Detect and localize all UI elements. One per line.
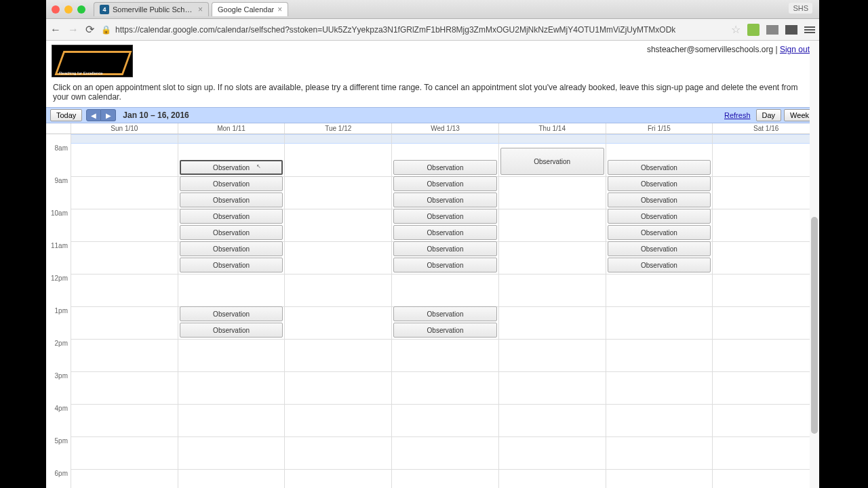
- tab-favicon-icon: 4: [100, 5, 109, 14]
- lock-icon: 🔒: [101, 25, 111, 35]
- appointment-slot[interactable]: Observation: [393, 192, 497, 207]
- time-label: 5pm: [46, 436, 71, 469]
- appointment-slot[interactable]: Observation: [393, 306, 497, 321]
- time-gutter: 8am 9am 10am 11am 12pm 1pm 2pm 3pm 4pm 5…: [46, 144, 71, 488]
- calendar-toolbar: Today ◀ ▶ Jan 10 – 16, 2016 Refresh Day …: [46, 107, 819, 123]
- day-view-button[interactable]: Day: [756, 109, 782, 121]
- extension-icon[interactable]: [766, 25, 778, 35]
- appointment-slot[interactable]: Observation: [180, 176, 283, 191]
- day-header-tue: Tue 1/12: [284, 123, 391, 134]
- allday-row: [46, 134, 819, 144]
- instructions-text: Click on an open appointment slot to sig…: [53, 83, 812, 102]
- appointment-slot[interactable]: Observation: [393, 258, 497, 272]
- day-column-sun[interactable]: [71, 144, 178, 488]
- appointment-slot[interactable]: Observation: [180, 192, 283, 207]
- appointment-slot[interactable]: Observation: [608, 241, 711, 256]
- appointment-slot[interactable]: Observation: [180, 225, 283, 240]
- time-label: 1pm: [46, 306, 71, 339]
- page-content: shsteacher@somervilleschools.org | Sign …: [46, 41, 819, 488]
- tab-close-icon[interactable]: ×: [198, 5, 203, 14]
- appointment-slot[interactable]: Observation: [180, 306, 283, 321]
- time-label: 12pm: [46, 274, 71, 306]
- appointment-slot[interactable]: Observation: [393, 323, 497, 338]
- hamburger-menu-icon[interactable]: [804, 26, 815, 33]
- appointment-slot[interactable]: Observation: [608, 192, 711, 207]
- extension-icon[interactable]: [785, 25, 797, 35]
- day-headers: Sun 1/10 Mon 1/11 Tue 1/12 Wed 1/13 Thu …: [46, 123, 819, 134]
- appointment-slot[interactable]: Observation: [608, 225, 711, 240]
- profile-badge[interactable]: SHS: [789, 3, 812, 14]
- day-column-tue[interactable]: [284, 144, 391, 488]
- time-label: 10am: [46, 209, 71, 241]
- extension-icon[interactable]: [747, 24, 760, 36]
- appointment-slot[interactable]: Observation: [608, 258, 711, 272]
- window-minimize-button[interactable]: [64, 5, 73, 14]
- day-column-wed[interactable]: ObservationObservationObservationObserva…: [391, 144, 498, 488]
- appointment-slot[interactable]: Observation: [393, 225, 497, 240]
- next-week-button[interactable]: ▶: [101, 109, 116, 121]
- separator: |: [773, 45, 780, 54]
- tab-title: Somerville Public School D: [113, 5, 195, 14]
- prev-week-button[interactable]: ◀: [86, 109, 101, 121]
- date-range: Jan 10 – 16, 2016: [123, 110, 189, 120]
- user-email: shsteacher@somervilleschools.org: [647, 45, 773, 54]
- forward-button[interactable]: →: [68, 24, 79, 36]
- appointment-slot[interactable]: Observation: [500, 148, 604, 175]
- time-label: 9am: [46, 176, 71, 209]
- day-column-mon[interactable]: Observation↖ObservationObservationObserv…: [178, 144, 285, 488]
- reload-button[interactable]: ⟳: [85, 23, 94, 36]
- time-label: 3pm: [46, 371, 71, 404]
- day-header-sun: Sun 1/10: [71, 123, 178, 134]
- tab-title: Google Calendar: [218, 5, 274, 14]
- appointment-slot[interactable]: Observation: [608, 160, 711, 175]
- school-logo: Reaching for Excellence: [52, 45, 133, 77]
- appointment-slot[interactable]: Observation: [180, 258, 283, 272]
- window-close-button[interactable]: [52, 5, 60, 14]
- browser-tab-somerville[interactable]: 4 Somerville Public School D ×: [94, 2, 209, 16]
- cursor-icon: ↖: [256, 163, 261, 169]
- appointment-slot[interactable]: Observation: [608, 209, 711, 224]
- scrollbar-track: [810, 41, 819, 488]
- sign-out-link[interactable]: Sign out: [780, 45, 810, 54]
- appointment-slot[interactable]: Observation: [180, 209, 283, 224]
- day-column-sat[interactable]: [712, 144, 819, 488]
- appointment-slot[interactable]: Observation: [393, 160, 497, 175]
- appointment-slot[interactable]: Observation↖: [180, 160, 283, 175]
- appointment-slot[interactable]: Observation: [180, 323, 283, 338]
- address-bar[interactable]: 🔒 https://calendar.google.com/calendar/s…: [101, 25, 724, 35]
- time-label: 6pm: [46, 469, 71, 488]
- day-header-sat: Sat 1/16: [712, 123, 819, 134]
- appointment-slot[interactable]: Observation: [608, 176, 711, 191]
- day-header-fri: Fri 1/15: [606, 123, 713, 134]
- time-label: 11am: [46, 241, 71, 274]
- scrollbar-thumb[interactable]: [811, 217, 818, 434]
- today-button[interactable]: Today: [50, 109, 82, 121]
- day-column-thu[interactable]: Observation: [498, 144, 606, 488]
- tab-close-icon[interactable]: ×: [277, 5, 282, 14]
- day-header-thu: Thu 1/14: [498, 123, 606, 134]
- day-header-wed: Wed 1/13: [391, 123, 498, 134]
- day-header-mon: Mon 1/11: [178, 123, 285, 134]
- appointment-slot[interactable]: Observation: [393, 209, 497, 224]
- star-icon[interactable]: ☆: [731, 23, 741, 36]
- user-bar: shsteacher@somervilleschools.org | Sign …: [647, 45, 810, 54]
- appointment-slot[interactable]: Observation: [393, 241, 497, 256]
- window-titlebar: 4 Somerville Public School D × Google Ca…: [46, 0, 819, 19]
- time-label: 8am: [46, 144, 71, 176]
- day-column-fri[interactable]: ObservationObservationObservationObserva…: [606, 144, 713, 488]
- window-maximize-button[interactable]: [77, 5, 85, 14]
- url-text: https://calendar.google.com/calendar/sel…: [115, 25, 675, 35]
- back-button[interactable]: ←: [50, 24, 61, 36]
- refresh-link[interactable]: Refresh: [724, 111, 751, 119]
- appointment-slot[interactable]: Observation: [180, 241, 283, 256]
- time-label: 2pm: [46, 339, 71, 371]
- appointment-slot[interactable]: Observation: [393, 176, 497, 191]
- browser-toolbar: ← → ⟳ 🔒 https://calendar.google.com/cale…: [46, 19, 819, 41]
- time-label: 4pm: [46, 404, 71, 436]
- browser-tab-calendar[interactable]: Google Calendar ×: [212, 2, 288, 16]
- calendar-grid: 8am 9am 10am 11am 12pm 1pm 2pm 3pm 4pm 5…: [46, 144, 819, 488]
